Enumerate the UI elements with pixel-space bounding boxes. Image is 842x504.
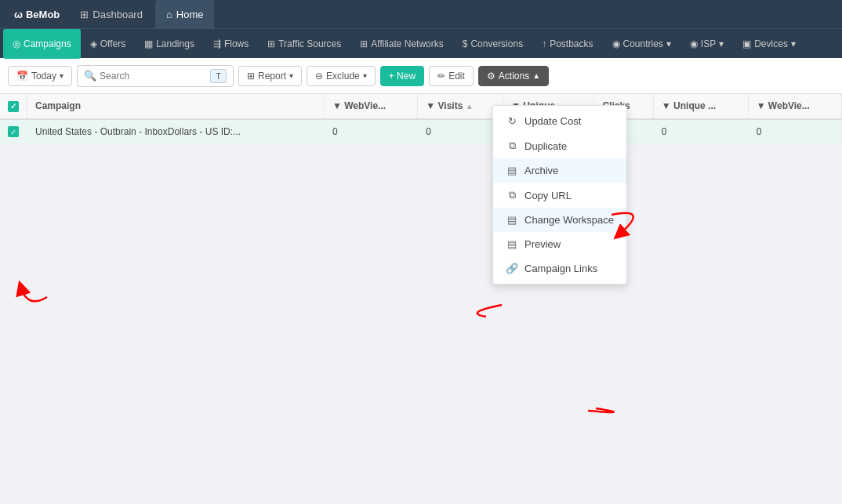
col-header-webviews2[interactable]: ▼ WebVie... bbox=[748, 94, 841, 119]
filter-icon: ▼ bbox=[332, 100, 342, 111]
countries-caret-icon: ▾ bbox=[666, 38, 671, 49]
devices-caret-icon: ▾ bbox=[791, 38, 796, 49]
devices-icon: ▣ bbox=[742, 38, 751, 49]
offers-icon: ◈ bbox=[90, 38, 97, 49]
campaigns-label: Campaigns bbox=[24, 38, 71, 49]
dropdown-item-update-cost[interactable]: ↻ Update Cost bbox=[493, 109, 626, 133]
sidebar-item-devices[interactable]: ▣ Devices ▾ bbox=[733, 29, 805, 59]
campaigns-table: Campaign ▼ WebVie... ▼ Visits ▲ ▼ Unique… bbox=[0, 94, 842, 144]
col-header-webviews[interactable]: ▼ WebVie... bbox=[324, 94, 417, 119]
brand-logo: ω BeMob bbox=[6, 9, 67, 20]
affiliate-networks-label: Affiliate Networks bbox=[371, 38, 443, 49]
tab-home-label: Home bbox=[176, 9, 204, 20]
col-header-visits[interactable]: ▼ Visits ▲ bbox=[418, 94, 503, 119]
countries-label: Countries bbox=[623, 38, 663, 49]
dropdown-item-duplicate[interactable]: ⧉ Duplicate bbox=[493, 133, 626, 144]
nav-bar: ◎ Campaigns ◈ Offers ▦ Landings ⇶ Flows … bbox=[0, 28, 842, 58]
sidebar-item-countries[interactable]: ◉ Countries ▾ bbox=[603, 29, 680, 59]
exclude-label: Exclude bbox=[326, 71, 360, 82]
new-label: + New bbox=[389, 71, 416, 82]
select-all-header[interactable] bbox=[0, 94, 27, 119]
actions-dropdown-menu: ↻ Update Cost ⧉ Duplicate ▤ Archive ⧉ Co… bbox=[492, 105, 627, 144]
campaign-name-cell: United States - Outbrain - InboxDollars … bbox=[27, 119, 325, 144]
filter-icon-unique2: ▼ bbox=[662, 100, 671, 111]
landings-label: Landings bbox=[156, 38, 194, 49]
sidebar-item-isp[interactable]: ◉ ISP ▾ bbox=[680, 29, 733, 59]
report-caret-icon: ▾ bbox=[289, 71, 293, 80]
actions-button[interactable]: ⚙ Actions ▲ bbox=[478, 66, 549, 86]
postbacks-icon: ↑ bbox=[542, 38, 546, 49]
sidebar-item-flows[interactable]: ⇶ Flows bbox=[204, 29, 258, 59]
filter-icon-webviews2: ▼ bbox=[757, 100, 766, 111]
flows-label: Flows bbox=[224, 38, 249, 49]
sidebar-item-postbacks[interactable]: ↑ Postbacks bbox=[532, 29, 602, 59]
new-button[interactable]: + New bbox=[380, 66, 424, 86]
countries-icon: ◉ bbox=[612, 38, 620, 49]
sidebar-item-traffic-sources[interactable]: ⊞ Traffic Sources bbox=[258, 29, 350, 59]
home-icon: ⌂ bbox=[166, 9, 172, 20]
traffic-sources-label: Traffic Sources bbox=[278, 38, 341, 49]
postbacks-label: Postbacks bbox=[550, 38, 593, 49]
actions-icon: ⚙ bbox=[487, 71, 495, 82]
top-bar: ω BeMob ⊞ Dashboard ⌂ Home bbox=[0, 0, 842, 28]
sidebar-item-offers[interactable]: ◈ Offers bbox=[81, 29, 135, 59]
filter-type-badge[interactable]: T bbox=[210, 69, 227, 83]
traffic-sources-icon: ⊞ bbox=[267, 38, 275, 49]
devices-label: Devices bbox=[754, 38, 788, 49]
col-header-unique2[interactable]: ▼ Unique ... bbox=[653, 94, 748, 119]
brand-name: BeMob bbox=[26, 9, 60, 20]
sidebar-item-affiliate-networks[interactable]: ⊞ Affiliate Networks bbox=[350, 29, 452, 59]
select-all-checkbox[interactable] bbox=[8, 101, 19, 112]
exclude-button[interactable]: ⊖ Exclude ▾ bbox=[307, 66, 376, 86]
today-button[interactable]: 📅 Today ▾ bbox=[8, 66, 72, 86]
webviews-cell: 0 bbox=[324, 119, 417, 144]
tab-dashboard-label: Dashboard bbox=[93, 9, 143, 20]
table-header-row: Campaign ▼ WebVie... ▼ Visits ▲ ▼ Unique… bbox=[0, 94, 842, 119]
row-checkbox-cell[interactable] bbox=[0, 119, 27, 144]
actions-caret-icon: ▲ bbox=[532, 71, 540, 80]
conversions-label: Conversions bbox=[470, 38, 523, 49]
sidebar-item-conversions[interactable]: $ Conversions bbox=[453, 29, 532, 59]
sort-icon-visits: ▲ bbox=[466, 102, 474, 111]
sidebar-item-landings[interactable]: ▦ Landings bbox=[135, 29, 204, 59]
exclude-caret-icon: ▾ bbox=[363, 71, 367, 80]
webviews2-cell: 0 bbox=[748, 119, 841, 144]
edit-icon: ✏ bbox=[437, 71, 445, 82]
today-label: Today bbox=[31, 71, 56, 82]
affiliate-networks-icon: ⊞ bbox=[360, 38, 368, 49]
tab-home[interactable]: ⌂ Home bbox=[155, 0, 215, 28]
calendar-icon: 📅 bbox=[16, 71, 28, 82]
duplicate-label: Duplicate bbox=[524, 140, 567, 145]
campaigns-icon: ◎ bbox=[13, 38, 20, 49]
toolbar: 📅 Today ▾ 🔍 T ⊞ Report ▾ ⊖ Exclude ▾ + N… bbox=[0, 58, 842, 94]
duplicate-icon: ⧉ bbox=[506, 140, 518, 144]
edit-button[interactable]: ✏ Edit bbox=[429, 66, 474, 86]
update-cost-label: Update Cost bbox=[524, 115, 581, 127]
row-checkbox[interactable] bbox=[8, 126, 19, 137]
conversions-icon: $ bbox=[463, 38, 468, 49]
brand-icon: ω bbox=[14, 9, 23, 20]
isp-icon: ◉ bbox=[690, 38, 698, 49]
visits-cell: 0 bbox=[418, 119, 503, 144]
today-caret-icon: ▾ bbox=[60, 71, 64, 80]
landings-icon: ▦ bbox=[144, 38, 153, 49]
search-field-wrapper: 🔍 T bbox=[77, 65, 234, 87]
tab-dashboard[interactable]: ⊞ Dashboard bbox=[69, 0, 154, 28]
isp-caret-icon: ▾ bbox=[719, 38, 724, 49]
unique2-cell: 0 bbox=[653, 119, 748, 144]
offers-label: Offers bbox=[100, 38, 125, 49]
dashboard-icon: ⊞ bbox=[80, 9, 89, 20]
isp-label: ISP bbox=[701, 38, 716, 49]
search-icon: 🔍 bbox=[84, 70, 96, 82]
report-button[interactable]: ⊞ Report ▾ bbox=[238, 66, 302, 86]
update-cost-icon: ↻ bbox=[506, 115, 518, 127]
report-label: Report bbox=[258, 71, 286, 82]
sidebar-item-campaigns[interactable]: ◎ Campaigns bbox=[3, 29, 81, 59]
actions-label: Actions bbox=[499, 71, 529, 82]
filter-icon-visits: ▼ bbox=[426, 100, 435, 111]
search-input[interactable] bbox=[100, 71, 207, 82]
flows-icon: ⇶ bbox=[213, 38, 221, 49]
col-header-campaign[interactable]: Campaign bbox=[27, 94, 325, 119]
exclude-icon: ⊖ bbox=[315, 71, 323, 82]
table-row[interactable]: United States - Outbrain - InboxDollars … bbox=[0, 119, 842, 144]
